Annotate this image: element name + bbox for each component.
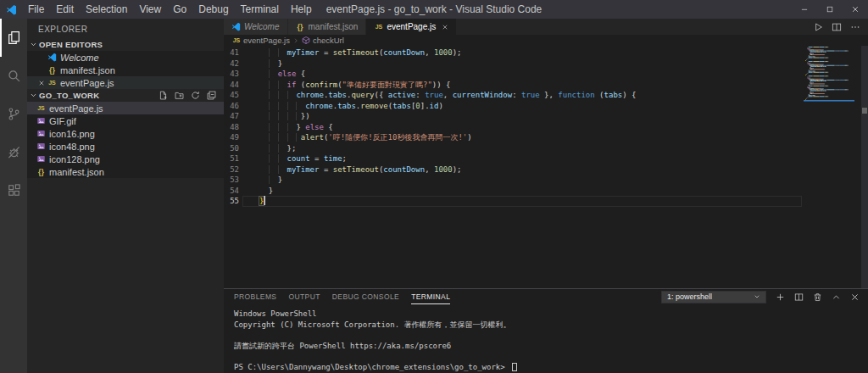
scrollbar-thumb[interactable] xyxy=(862,108,867,114)
menu-item-edit[interactable]: Edit xyxy=(50,0,80,19)
section-header-open-editors[interactable]: OPEN EDITORS xyxy=(27,38,224,51)
breadcrumb-item-checkurl[interactable]: checkUrl xyxy=(313,36,344,45)
terminal-output[interactable]: Windows PowerShellCopyright (C) Microsof… xyxy=(224,304,868,373)
breadcrumb-separator-icon xyxy=(292,37,299,44)
new-folder-icon[interactable] xyxy=(175,91,184,100)
tab-label: Welcome xyxy=(244,22,280,31)
section-header-go-to-work[interactable]: GO_TO_WORK xyxy=(27,89,224,102)
terminal-line xyxy=(234,351,868,362)
panel-tab-problems[interactable]: PROBLEMS xyxy=(234,289,276,304)
panel-tab-terminal[interactable]: TERMINAL xyxy=(411,289,450,304)
json-file-icon: {} xyxy=(296,22,305,31)
file-manifest.json[interactable]: {}manifest.json xyxy=(27,165,224,178)
image-file-icon xyxy=(36,116,46,125)
menu-item-help[interactable]: Help xyxy=(285,0,318,19)
code-content: myTimer = setTimeout(countDown, 1000); }… xyxy=(259,47,800,207)
file-manifest.json[interactable]: {}manifest.json xyxy=(27,64,224,76)
code-line-44: if (confirm("準備好要面對現實了嗎?")) { xyxy=(259,80,800,91)
maximize-window-icon[interactable] xyxy=(817,0,843,19)
menu-item-selection[interactable]: Selection xyxy=(80,0,133,19)
panel-tab-debug-console[interactable]: DEBUG CONSOLE xyxy=(332,289,399,304)
tab-label: manifest.json xyxy=(309,22,359,31)
line-number: 51 xyxy=(224,153,239,164)
line-number: 55 xyxy=(224,196,239,207)
activity-explorer-icon[interactable] xyxy=(0,19,27,57)
maximize-panel-icon[interactable] xyxy=(832,292,841,302)
menu-item-file[interactable]: File xyxy=(22,0,50,19)
breadcrumb-item-eventpage.js[interactable]: eventPage.js xyxy=(243,36,290,45)
code-line-41: myTimer = setTimeout(countDown, 1000); xyxy=(259,47,800,58)
split-icon[interactable] xyxy=(832,22,842,32)
close-panel-icon[interactable] xyxy=(850,292,860,302)
file-label: eventPage.js xyxy=(60,78,114,88)
kill-terminal-icon[interactable] xyxy=(813,292,822,302)
code-line-50: }; xyxy=(259,143,800,154)
editor-actions xyxy=(813,19,868,35)
line-number: 41 xyxy=(224,47,239,58)
tab-eventpage.js[interactable]: JSeventPage.js xyxy=(366,19,456,35)
code-line-47: }) xyxy=(259,111,800,122)
file-label: manifest.json xyxy=(60,65,115,75)
file-label: Welcome xyxy=(60,53,99,63)
run-icon[interactable] xyxy=(813,22,823,32)
more-icon[interactable] xyxy=(850,22,860,32)
file-icon128.png[interactable]: icon128.png xyxy=(27,153,224,165)
activity-extensions-icon[interactable] xyxy=(0,171,27,209)
close-tab-icon[interactable] xyxy=(442,24,448,31)
close-editor-icon[interactable] xyxy=(38,80,45,86)
explorer-sidebar: EXPLORER OPEN EDITORSWelcome{}manifest.j… xyxy=(27,19,224,373)
split-terminal-icon[interactable] xyxy=(794,292,804,302)
activity-debug-icon[interactable] xyxy=(0,133,27,171)
sidebar-title: EXPLORER xyxy=(27,19,224,38)
menu-item-view[interactable]: View xyxy=(133,0,167,19)
code-line-53: } xyxy=(259,175,800,186)
tab-label: eventPage.js xyxy=(387,22,436,31)
code-line-42: } xyxy=(259,58,800,70)
menu-item-go[interactable]: Go xyxy=(167,0,192,19)
file-label: GIF.gif xyxy=(49,116,76,126)
file-icon16.png[interactable]: icon16.png xyxy=(27,127,224,140)
tab-manifest.json[interactable]: {}manifest.json xyxy=(288,19,366,35)
json-file-icon: {} xyxy=(36,167,46,176)
window-controls xyxy=(792,0,868,19)
minimap[interactable] xyxy=(804,46,854,173)
line-number: 46 xyxy=(224,101,239,112)
new-file-icon[interactable] xyxy=(159,91,168,100)
vscode-logo-icon xyxy=(0,4,22,15)
chevron-down-icon xyxy=(754,293,760,300)
text-cursor xyxy=(264,196,265,205)
refresh-icon[interactable] xyxy=(191,91,200,100)
file-eventpage.js[interactable]: JSeventPage.js xyxy=(27,102,224,114)
chevron-down-icon xyxy=(30,41,37,48)
file-eventpage.js[interactable]: JSeventPage.js xyxy=(27,76,224,89)
code-line-48: } else { xyxy=(259,122,800,133)
panel-tab-output[interactable]: OUTPUT xyxy=(288,289,320,304)
code-line-52: myTimer = setTimeout(countDown, 1000); xyxy=(259,164,800,175)
code-editor[interactable]: 414243444546474849505152535455 myTimer =… xyxy=(224,46,868,288)
file-icon48.png[interactable]: icon48.png xyxy=(27,140,224,153)
symbol-method-icon xyxy=(302,36,310,45)
line-number: 44 xyxy=(224,80,239,91)
editor-scrollbar[interactable] xyxy=(861,46,868,288)
menu-item-debug[interactable]: Debug xyxy=(192,0,234,19)
line-number: 49 xyxy=(224,132,239,143)
minimize-window-icon[interactable] xyxy=(792,0,817,19)
menu-item-terminal[interactable]: Terminal xyxy=(235,0,285,19)
file-label: icon128.png xyxy=(49,154,100,164)
image-file-icon xyxy=(36,154,46,164)
activity-source-control-icon[interactable] xyxy=(0,95,27,133)
new-terminal-icon[interactable] xyxy=(776,292,785,302)
code-line-45: chrome.tabs.query({ active: true, curren… xyxy=(259,90,800,101)
terminal-shell-select[interactable]: 1: powershell xyxy=(661,291,766,303)
file-welcome[interactable]: Welcome xyxy=(27,51,224,64)
js-icon: JS xyxy=(232,36,241,45)
image-file-icon xyxy=(36,142,46,151)
shell-select-value: 1: powershell xyxy=(667,292,712,301)
file-gif.gif[interactable]: GIF.gif xyxy=(27,114,224,127)
close-window-icon[interactable] xyxy=(843,0,868,19)
panel-header: PROBLEMSOUTPUTDEBUG CONSOLETERMINAL 1: p… xyxy=(224,289,868,304)
collapse-all-icon[interactable] xyxy=(207,91,216,100)
activity-search-icon[interactable] xyxy=(0,57,27,95)
vscode-file-icon xyxy=(47,53,57,62)
tab-welcome[interactable]: Welcome xyxy=(224,19,287,35)
